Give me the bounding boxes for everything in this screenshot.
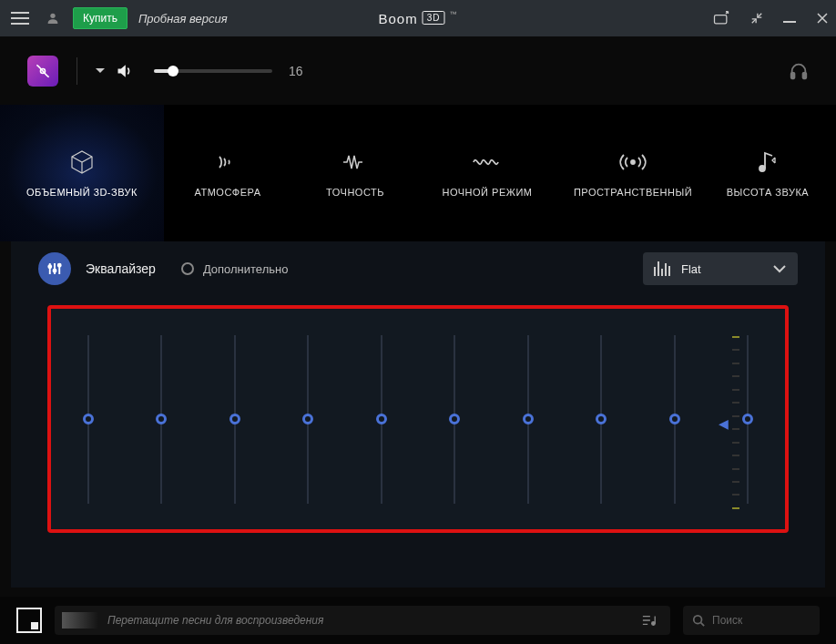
eq-band-slider[interactable] (600, 335, 602, 504)
effect-ambience[interactable]: АТМОСФЕРА (164, 105, 291, 241)
radio-icon (181, 262, 194, 275)
source-dropdown[interactable] (96, 67, 105, 75)
eq-band-handle[interactable] (596, 414, 607, 424)
effect-label: ОБЪЕМНЫЙ 3D-ЗВУК (26, 187, 138, 198)
svg-rect-1 (715, 15, 727, 24)
effect-label: ТОЧНОСТЬ (326, 187, 384, 198)
eq-band-slider[interactable] (674, 335, 676, 504)
eq-band-slider[interactable] (160, 335, 162, 504)
advanced-toggle[interactable]: Дополнительно (181, 262, 289, 276)
preset-dropdown[interactable]: Flat (643, 252, 798, 285)
svg-point-7 (48, 265, 51, 268)
search-placeholder: Поиск (712, 614, 742, 627)
gradient-decoration (62, 612, 98, 629)
effect-night-mode[interactable]: НОЧНОЙ РЕЖИМ (419, 105, 556, 241)
effect-label: АТМОСФЕРА (195, 187, 261, 198)
preset-bars-icon (654, 261, 670, 276)
buy-button[interactable]: Купить (73, 7, 127, 29)
close-button[interactable] (816, 12, 829, 25)
preset-name: Flat (681, 262, 701, 276)
advanced-label: Дополнительно (203, 262, 289, 276)
trial-label: Пробная версия (138, 12, 228, 26)
eq-band-slider[interactable] (454, 335, 455, 504)
effect-label: ВЫСОТА ЗВУКА (727, 187, 809, 198)
svg-point-8 (54, 270, 56, 272)
svg-point-11 (694, 616, 702, 624)
gain-meter (732, 336, 739, 509)
eq-band-handle[interactable] (302, 414, 313, 424)
equalizer-toggle[interactable] (38, 252, 71, 285)
equalizer-label: Эквалайзер (86, 261, 156, 276)
album-art-placeholder (16, 608, 42, 633)
eq-band-handle[interactable] (669, 414, 680, 424)
eq-band-slider[interactable] (307, 335, 309, 504)
drop-hint: Перетащите песни для воспроизведения (107, 614, 323, 627)
effect-fidelity[interactable]: ТОЧНОСТЬ (291, 105, 419, 241)
gain-indicator[interactable]: ◀ (719, 416, 729, 431)
speaker-icon[interactable] (116, 63, 134, 79)
eq-band-slider[interactable] (747, 335, 749, 504)
app-source-icon[interactable] (27, 56, 58, 87)
menu-button[interactable] (11, 7, 33, 29)
equalizer-panel: ◀ (47, 305, 789, 533)
eq-band-handle[interactable] (83, 414, 94, 424)
eq-band-handle[interactable] (156, 414, 167, 424)
minimize-button[interactable] (783, 21, 796, 23)
eq-band-handle[interactable] (229, 414, 240, 424)
eq-band-handle[interactable] (376, 414, 387, 424)
playlist-icon[interactable] (641, 613, 658, 628)
eq-band-handle[interactable] (742, 414, 753, 424)
svg-point-9 (58, 264, 61, 267)
effect-3d-sound[interactable]: ОБЪЕМНЫЙ 3D-ЗВУК (0, 105, 164, 241)
app-title: Boom 3D ™ (379, 11, 458, 26)
search-icon (692, 614, 705, 627)
spatial-icon (619, 148, 647, 176)
volume-slider[interactable] (154, 69, 272, 73)
eq-band-handle[interactable] (449, 414, 460, 424)
svg-point-0 (50, 14, 55, 18)
effect-pitch[interactable]: ВЫСОТА ЗВУКА (710, 105, 825, 241)
user-icon[interactable] (46, 11, 60, 26)
share-icon[interactable] (712, 10, 730, 26)
pitch-icon (757, 148, 779, 176)
effect-label: ПРОСТРАНСТВЕННЫЙ (574, 187, 692, 198)
compact-icon[interactable] (750, 12, 763, 25)
volume-value: 16 (289, 64, 303, 78)
night-mode-icon (472, 148, 503, 176)
svg-point-6 (760, 166, 765, 171)
3d-sound-icon (68, 148, 96, 176)
eq-band-slider[interactable] (234, 335, 236, 504)
fidelity-icon (342, 148, 369, 176)
eq-band-slider[interactable] (381, 335, 382, 504)
effect-spatial[interactable]: ПРОСТРАНСТВЕННЫЙ (556, 105, 710, 241)
ambience-icon (216, 148, 240, 176)
eq-band-handle[interactable] (523, 414, 534, 424)
search-input[interactable]: Поиск (683, 606, 820, 635)
svg-rect-3 (791, 72, 795, 77)
svg-rect-4 (803, 72, 807, 77)
track-drop-area[interactable]: Перетащите песни для воспроизведения (55, 606, 670, 635)
eq-band-slider[interactable] (527, 335, 529, 504)
eq-band-slider[interactable] (87, 335, 89, 504)
effect-label: НОЧНОЙ РЕЖИМ (443, 187, 533, 198)
svg-point-5 (631, 160, 635, 164)
chevron-down-icon (772, 264, 787, 273)
headphones-icon[interactable] (789, 61, 809, 81)
